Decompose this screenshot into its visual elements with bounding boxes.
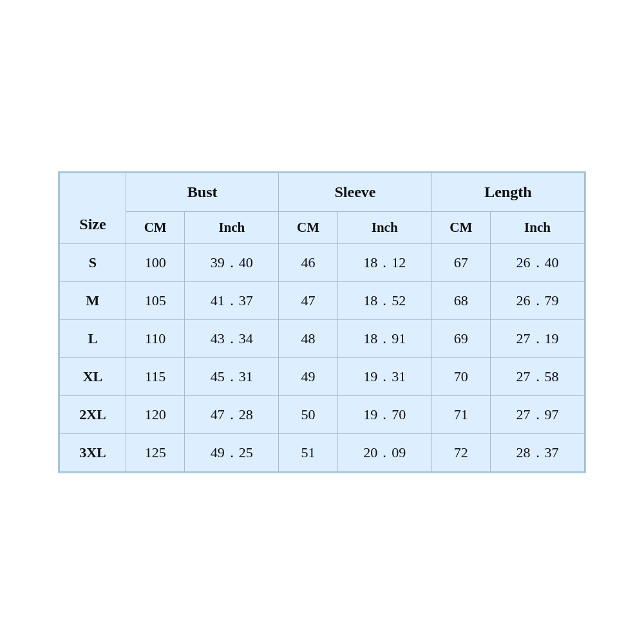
length-cm-cell: 72 (431, 433, 490, 471)
sleeve-inch-cell: 18．12 (337, 243, 431, 281)
length-group-header: Length (431, 173, 584, 211)
length-cm-cell: 71 (431, 395, 490, 433)
bust-cm-cell: 110 (126, 319, 184, 357)
length-cm-cell: 67 (431, 243, 490, 281)
size-cell: XL (60, 357, 126, 395)
size-column-header: Size (60, 173, 126, 243)
size-cell: S (60, 243, 126, 281)
sleeve-cm-cell: 47 (279, 281, 337, 319)
size-cell: M (60, 281, 126, 319)
table-row: L11043．344818．916927．19 (60, 319, 585, 357)
sleeve-inch-cell: 20．09 (337, 433, 431, 471)
bust-inch-cell: 43．34 (185, 319, 279, 357)
length-inch-cell: 27．58 (491, 357, 585, 395)
size-chart-body: S10039．404618．126726．40M10541．374718．526… (60, 243, 585, 471)
size-chart-container: Size Bust Sleeve Length CM Inch CM Inch … (58, 171, 586, 473)
length-cm-header: CM (431, 211, 490, 243)
length-inch-cell: 27．97 (491, 395, 585, 433)
table-row: M10541．374718．526826．79 (60, 281, 585, 319)
length-inch-header: Inch (491, 211, 585, 243)
bust-cm-cell: 100 (126, 243, 184, 281)
bust-cm-cell: 115 (126, 357, 184, 395)
length-inch-cell: 26．79 (491, 281, 585, 319)
size-chart-table: Size Bust Sleeve Length CM Inch CM Inch … (59, 173, 585, 472)
sleeve-cm-header: CM (279, 211, 337, 243)
bust-group-header: Bust (126, 173, 278, 211)
bust-cm-cell: 105 (126, 281, 184, 319)
bust-cm-header: CM (126, 211, 184, 243)
length-inch-cell: 27．19 (491, 319, 585, 357)
table-row: S10039．404618．126726．40 (60, 243, 585, 281)
sleeve-cm-cell: 46 (279, 243, 337, 281)
cm-inch-header-row: CM Inch CM Inch CM Inch (60, 211, 585, 243)
table-row: XL11545．314919．317027．58 (60, 357, 585, 395)
column-group-header-row: Size Bust Sleeve Length (60, 173, 585, 211)
size-cell: 2XL (60, 395, 126, 433)
bust-inch-header: Inch (185, 211, 279, 243)
sleeve-inch-cell: 18．91 (337, 319, 431, 357)
sleeve-cm-cell: 48 (279, 319, 337, 357)
sleeve-inch-cell: 19．31 (337, 357, 431, 395)
size-cell: 3XL (60, 433, 126, 471)
sleeve-cm-cell: 50 (279, 395, 337, 433)
sleeve-inch-cell: 18．52 (337, 281, 431, 319)
table-row: 2XL12047．285019．707127．97 (60, 395, 585, 433)
length-inch-cell: 26．40 (491, 243, 585, 281)
sleeve-inch-cell: 19．70 (337, 395, 431, 433)
bust-inch-cell: 45．31 (185, 357, 279, 395)
length-inch-cell: 28．37 (491, 433, 585, 471)
bust-inch-cell: 49．25 (185, 433, 279, 471)
length-cm-cell: 70 (431, 357, 490, 395)
table-row: 3XL12549．255120．097228．37 (60, 433, 585, 471)
bust-cm-cell: 125 (126, 433, 184, 471)
sleeve-inch-header: Inch (337, 211, 431, 243)
length-cm-cell: 69 (431, 319, 490, 357)
bust-inch-cell: 39．40 (185, 243, 279, 281)
length-cm-cell: 68 (431, 281, 490, 319)
bust-inch-cell: 41．37 (185, 281, 279, 319)
bust-inch-cell: 47．28 (185, 395, 279, 433)
sleeve-cm-cell: 49 (279, 357, 337, 395)
bust-cm-cell: 120 (126, 395, 184, 433)
size-cell: L (60, 319, 126, 357)
sleeve-group-header: Sleeve (279, 173, 431, 211)
sleeve-cm-cell: 51 (279, 433, 337, 471)
